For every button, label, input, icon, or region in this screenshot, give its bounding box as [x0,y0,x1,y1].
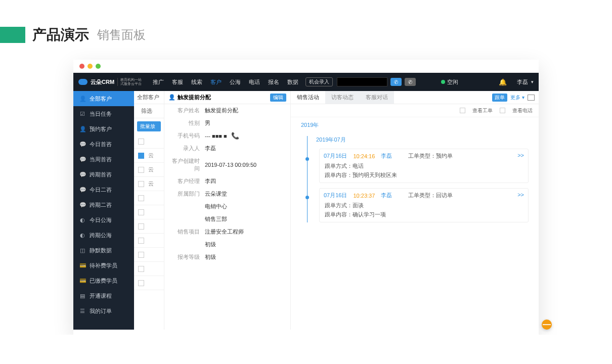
close-icon[interactable] [79,64,84,69]
checkbox[interactable] [138,209,144,215]
call-button[interactable]: ✆ [390,78,402,86]
more-link[interactable]: 更多 ▾ [510,94,524,101]
checkbox[interactable] [138,252,144,258]
tab-visitor[interactable]: 访客动态 [325,91,360,104]
table-row[interactable] [134,234,164,248]
sidebar-item[interactable]: ☑当日任务 [73,106,134,121]
nav-data[interactable]: 数据 [287,78,298,86]
event-time: 10:23:37 [353,193,375,199]
sidebar-item-label: 今日首咨 [90,141,112,148]
track-button[interactable]: 跟单 [492,94,507,102]
table-header-row [134,134,164,149]
detail-panel: 👤触发提前分配 编辑 客户姓名触发提前分配 性别男 手机号码--- ■■■ ■📞… [164,91,291,330]
sidebar-item[interactable]: ◐今日公海 [73,212,134,228]
chevron-down-icon[interactable]: ▾ [531,79,534,84]
sidebar-item-label: 已缴费学员 [90,277,117,285]
sidebar-item-label: 跨期公海 [90,232,112,239]
table-row[interactable]: 云 [134,177,164,191]
nav-service[interactable]: 客服 [172,78,183,86]
nav-leads[interactable]: 线索 [191,78,202,86]
sidebar-item[interactable]: 👤预约客户 [73,121,134,136]
tab-service[interactable]: 客服对话 [360,91,394,104]
sidebar-item[interactable]: ▤开通课程 [73,288,134,303]
field-label: 所属部门 [169,190,205,198]
sidebar-item[interactable]: ☰我的订单 [73,303,134,318]
nav-customer[interactable]: 客户 [210,78,222,86]
sidebar-item-all[interactable]: 👤全部客户 [73,91,134,106]
field-value: 触发提前分配 [205,107,285,114]
timeline-card[interactable]: 07月16日 10:23:37 李磊 工单类型：回访单 >> 跟单方式：面谈 跟… [319,188,529,222]
checkbox[interactable] [138,181,144,187]
batch-button[interactable]: 批量放 [137,121,161,131]
user-name[interactable]: 李磊 [517,78,528,86]
sidebar-item[interactable]: 💬今日首咨 [73,136,134,152]
opportunity-button[interactable]: 机会录入 [305,77,333,86]
table-row[interactable] [134,276,164,290]
checkbox[interactable] [138,195,144,201]
table-row[interactable]: 云 [134,149,164,163]
checkbox[interactable] [138,238,144,244]
sidebar-item[interactable]: 💳已缴费学员 [73,273,134,288]
bell-icon[interactable]: 🔔 [499,78,507,86]
table-row[interactable] [134,262,164,276]
sidebar-item[interactable]: 💳待补费学员 [73,258,134,273]
field-value: 销售三部 [205,215,285,223]
field-value: 男 [205,119,285,127]
minimize-icon[interactable] [88,64,93,69]
sidebar-item[interactable]: 💬今日二咨 [73,182,134,197]
sidebar-item[interactable]: ◐跨期公海 [73,228,134,243]
sidebar-item[interactable]: 💬当周首咨 [73,152,134,167]
checkbox[interactable] [138,139,144,145]
field-value: 注册安全工程师 [205,228,285,236]
event-more-link[interactable]: >> [517,192,524,198]
nav-promote[interactable]: 推广 [153,78,164,86]
sidebar-item[interactable]: ◫静默数据 [73,243,134,258]
sidebar-item-label: 今日公海 [90,216,112,224]
table-row[interactable] [134,205,164,219]
checkbox[interactable] [138,266,144,272]
checkbox[interactable] [138,223,144,230]
sidebar-item-label: 今日二咨 [90,186,112,194]
checkbox[interactable] [138,167,144,173]
checkbox[interactable] [460,108,465,113]
table-row[interactable] [134,191,164,205]
checkbox[interactable] [500,108,505,113]
activity-panel: 销售活动 访客动态 客服对话 跟单 更多 ▾ 查看工单 查看电话 2019年 2… [291,91,539,330]
sidebar-item-label: 跨期首咨 [90,171,112,178]
msg-icon: 💬 [79,156,85,163]
checkbox[interactable] [138,280,144,286]
nav-phone[interactable]: 电话 [249,78,260,86]
page-header: 产品演示 销售面板 [0,0,612,60]
checkbox[interactable] [138,153,144,159]
timeline-card[interactable]: 07月16日 10:24:16 李磊 工单类型：预约单 >> 跟单方式：电话 跟… [319,149,529,183]
nav-sea[interactable]: 公海 [230,78,241,86]
data-icon: ◫ [79,247,85,254]
cal-icon: 👤 [79,126,85,132]
event-type: 工单类型：预约单 [408,152,453,160]
sidebar-item-label: 静默数据 [90,247,112,254]
logo: 云朵CRM 教育机构一站式服务云平台 [78,78,142,86]
phone-icon[interactable]: 📞 [231,132,239,140]
table-row[interactable] [134,248,164,262]
status-dot-icon [441,80,445,84]
sidebar-item[interactable]: 💬跨期首咨 [73,167,134,182]
msg-icon: 💬 [79,202,85,208]
event-user: 李磊 [381,152,392,160]
sidebar-item-label: 待补费学员 [90,262,117,269]
field-value: 云朵课堂 [205,190,285,198]
nav-enroll[interactable]: 报名 [268,78,279,86]
detail-title: 触发提前分配 [178,94,211,101]
event-more-link[interactable]: >> [517,152,524,158]
sidebar-item[interactable]: 💬跨期二咨 [73,197,134,212]
accent-bar [0,27,25,43]
hangup-button[interactable]: ✆ [405,78,416,86]
table-row[interactable] [134,219,164,234]
maximize-icon[interactable] [96,64,101,69]
fab-button[interactable]: — [542,320,552,330]
list-filter[interactable]: 筛选 [134,104,164,118]
edit-button[interactable]: 编辑 [270,94,286,102]
search-input[interactable] [337,77,387,86]
panel-icon[interactable] [528,95,535,101]
table-row[interactable]: 云 [134,163,164,177]
tab-sales-activity[interactable]: 销售活动 [291,91,325,104]
